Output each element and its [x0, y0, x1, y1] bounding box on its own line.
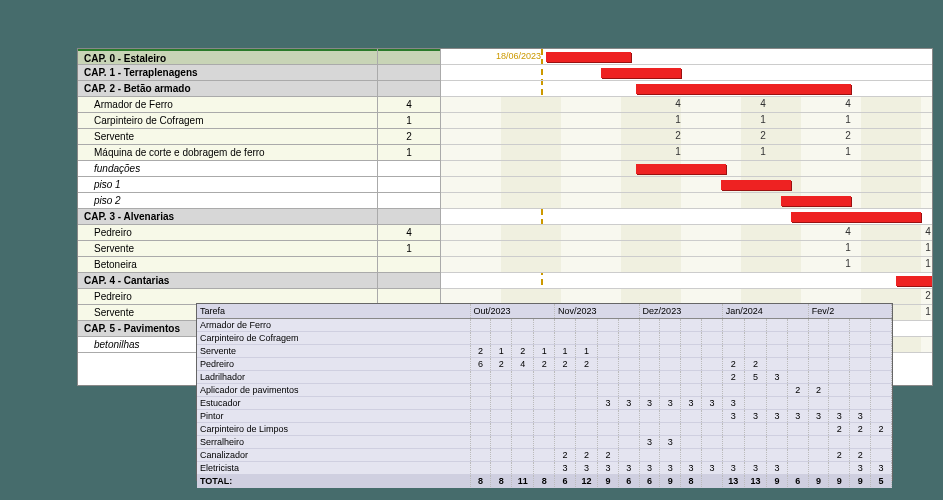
- resource-cell[interactable]: 2: [491, 357, 512, 370]
- resource-cell[interactable]: 12: [575, 474, 597, 487]
- resource-cell[interactable]: [575, 331, 597, 344]
- resource-cell[interactable]: [491, 331, 512, 344]
- resource-cell[interactable]: [744, 422, 766, 435]
- resource-col-month[interactable]: Jan/2024: [722, 304, 808, 318]
- resource-cell[interactable]: [722, 318, 744, 331]
- resource-cell[interactable]: [470, 318, 491, 331]
- resource-cell[interactable]: [491, 409, 512, 422]
- resource-cell[interactable]: [491, 396, 512, 409]
- gantt-grid-row[interactable]: 11: [441, 257, 932, 273]
- resource-cell[interactable]: 3: [871, 461, 892, 474]
- resource-cell[interactable]: [808, 370, 829, 383]
- resource-cell[interactable]: [660, 422, 681, 435]
- resource-cell[interactable]: [744, 396, 766, 409]
- resource-cell[interactable]: [787, 344, 808, 357]
- gantt-row-label[interactable]: Servente: [78, 241, 377, 257]
- resource-cell[interactable]: [555, 318, 576, 331]
- resource-cell[interactable]: [639, 370, 660, 383]
- resource-row[interactable]: Eletricista3333333333333: [197, 461, 892, 474]
- resource-cell[interactable]: [512, 331, 534, 344]
- resource-cell[interactable]: [470, 422, 491, 435]
- gantt-grid-row[interactable]: [441, 193, 932, 209]
- resource-row[interactable]: Armador de Ferro: [197, 318, 892, 331]
- resource-cell[interactable]: 3: [850, 461, 871, 474]
- resource-cell[interactable]: 2: [744, 357, 766, 370]
- resource-cell[interactable]: [829, 461, 850, 474]
- resource-cell[interactable]: [534, 448, 555, 461]
- gantt-bar[interactable]: [601, 68, 681, 78]
- gantt-row-label[interactable]: CAP. 1 - Terraplenagens: [78, 65, 377, 81]
- resource-cell[interactable]: [681, 331, 702, 344]
- resource-cell[interactable]: [575, 370, 597, 383]
- gantt-grid-row[interactable]: 111: [441, 113, 932, 129]
- resource-col-month[interactable]: Dez/2023: [639, 304, 722, 318]
- resource-cell[interactable]: [555, 383, 576, 396]
- resource-cell[interactable]: [618, 357, 639, 370]
- resource-cell[interactable]: 5: [871, 474, 892, 487]
- gantt-row-label[interactable]: CAP. 4 - Cantarias: [78, 273, 377, 289]
- resource-cell[interactable]: [575, 409, 597, 422]
- resource-cell[interactable]: [744, 435, 766, 448]
- resource-cell[interactable]: [702, 474, 723, 487]
- resource-cell[interactable]: [850, 344, 871, 357]
- resource-cell[interactable]: [575, 383, 597, 396]
- resource-cell[interactable]: 2: [555, 448, 576, 461]
- gantt-row-label[interactable]: piso 1: [78, 177, 377, 193]
- resource-cell[interactable]: [808, 344, 829, 357]
- resource-cell[interactable]: [829, 435, 850, 448]
- gantt-row-label[interactable]: Servente: [78, 129, 377, 145]
- resource-cell[interactable]: [491, 461, 512, 474]
- resource-cell[interactable]: [534, 435, 555, 448]
- resource-cell[interactable]: 3: [808, 409, 829, 422]
- resource-cell[interactable]: [534, 422, 555, 435]
- gantt-row-label[interactable]: Pedreiro: [78, 225, 377, 241]
- resource-cell[interactable]: [491, 435, 512, 448]
- resource-cell[interactable]: [491, 422, 512, 435]
- resource-cell[interactable]: 3: [660, 461, 681, 474]
- resource-cell[interactable]: [871, 344, 892, 357]
- resource-cell[interactable]: 3: [767, 409, 788, 422]
- resource-cell[interactable]: 9: [598, 474, 619, 487]
- resource-cell[interactable]: [512, 422, 534, 435]
- resource-cell[interactable]: [787, 448, 808, 461]
- resource-cell[interactable]: [660, 357, 681, 370]
- resource-cell[interactable]: [555, 396, 576, 409]
- resource-cell[interactable]: [681, 409, 702, 422]
- resource-cell[interactable]: [470, 448, 491, 461]
- resource-col-month[interactable]: Fev/2: [808, 304, 891, 318]
- resource-cell[interactable]: [681, 383, 702, 396]
- resource-cell[interactable]: [639, 344, 660, 357]
- resource-cell[interactable]: [767, 383, 788, 396]
- resource-cell[interactable]: [512, 461, 534, 474]
- resource-row[interactable]: Serralheiro33: [197, 435, 892, 448]
- resource-cell[interactable]: [534, 383, 555, 396]
- resource-cell[interactable]: 2: [871, 422, 892, 435]
- resource-cell[interactable]: [850, 435, 871, 448]
- resource-cell[interactable]: 3: [598, 396, 619, 409]
- resource-cell[interactable]: [702, 370, 723, 383]
- gantt-bar[interactable]: [721, 180, 791, 190]
- resource-cell[interactable]: [722, 383, 744, 396]
- resource-cell[interactable]: [871, 357, 892, 370]
- resource-cell[interactable]: [470, 396, 491, 409]
- resource-cell[interactable]: 2: [598, 448, 619, 461]
- resource-cell[interactable]: 3: [555, 461, 576, 474]
- resource-cell[interactable]: [787, 331, 808, 344]
- resource-cell[interactable]: [767, 422, 788, 435]
- resource-cell[interactable]: [702, 409, 723, 422]
- resource-cell[interactable]: [555, 409, 576, 422]
- resource-cell[interactable]: [871, 383, 892, 396]
- resource-cell[interactable]: [534, 409, 555, 422]
- resource-cell[interactable]: 2: [534, 357, 555, 370]
- resource-row[interactable]: Pedreiro62422222: [197, 357, 892, 370]
- resource-cell[interactable]: [639, 383, 660, 396]
- resource-cell[interactable]: [808, 396, 829, 409]
- resource-cell[interactable]: [618, 344, 639, 357]
- resource-cell[interactable]: [829, 344, 850, 357]
- gantt-grid-row[interactable]: 222: [441, 129, 932, 145]
- resource-col-task[interactable]: Tarefa: [197, 304, 470, 318]
- resource-cell[interactable]: 2: [808, 383, 829, 396]
- resource-cell[interactable]: 6: [639, 474, 660, 487]
- resource-cell[interactable]: 3: [829, 409, 850, 422]
- resource-cell[interactable]: [808, 331, 829, 344]
